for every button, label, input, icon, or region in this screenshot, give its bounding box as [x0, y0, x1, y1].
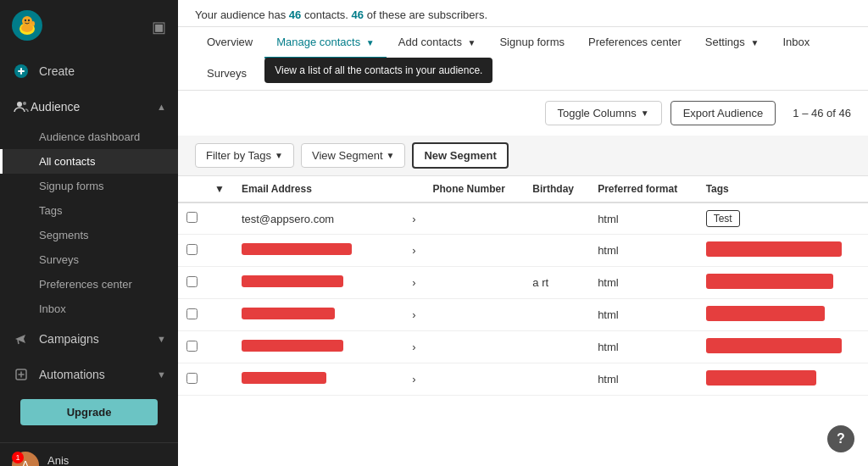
sidebar-item-create[interactable]: Create	[0, 53, 178, 89]
row-arrow-cell[interactable]: ›	[403, 331, 424, 363]
audience-section-header[interactable]: Audience ▲	[0, 89, 178, 125]
row-arrow-cell[interactable]: ›	[403, 202, 424, 235]
row-email-cell[interactable]	[233, 235, 403, 267]
manage-contacts-chevron-icon: ▼	[366, 38, 375, 47]
row-arrow-cell[interactable]: ›	[403, 235, 424, 267]
row-phone-cell	[425, 267, 525, 299]
row-phone-cell	[425, 235, 525, 267]
filter-by-tags-button[interactable]: Filter by Tags ▼	[195, 143, 294, 168]
svg-point-6	[31, 21, 35, 26]
row-format-cell: html	[589, 235, 698, 267]
row-email-cell[interactable]	[233, 363, 403, 396]
audience-sub-items: Audience dashboard All contacts Signup f…	[0, 125, 178, 321]
sidebar-item-signup-forms[interactable]: Signup forms	[0, 174, 178, 198]
audience-section: Audience ▲ Audience dashboard All contac…	[0, 89, 178, 321]
row-checkbox-cell	[178, 267, 206, 299]
redacted-tag	[706, 241, 842, 257]
automations-label: Automations	[39, 368, 105, 381]
row-format-cell: html	[589, 331, 698, 363]
th-format[interactable]: Preferred format	[589, 176, 698, 202]
tab-add-contacts[interactable]: Add contacts ▼	[387, 27, 488, 58]
sidebar-item-surveys[interactable]: Surveys	[0, 247, 178, 272]
row-checkbox[interactable]	[186, 244, 198, 255]
sidebar-item-preferences-center[interactable]: Preferences center	[0, 272, 178, 297]
svg-point-3	[22, 16, 32, 26]
row-checkbox[interactable]	[186, 341, 198, 352]
row-arrow-cell[interactable]: ›	[403, 299, 424, 331]
sidebar-header: ▣	[0, 0, 178, 53]
row-email-cell[interactable]	[233, 331, 403, 363]
view-segment-button[interactable]: View Segment ▼	[301, 143, 406, 168]
segment-bar: Filter by Tags ▼ View Segment ▼ New Segm…	[178, 136, 868, 176]
row-tags-cell	[698, 363, 868, 396]
row-checkbox[interactable]	[186, 373, 198, 384]
row-tags-cell	[698, 235, 868, 267]
row-format-cell: html	[589, 202, 698, 235]
row-arrow-cell[interactable]: ›	[403, 267, 424, 299]
sidebar-item-tags[interactable]: Tags	[0, 198, 178, 223]
row-checkbox[interactable]	[186, 308, 198, 319]
automations-icon	[12, 365, 31, 384]
tab-inbox[interactable]: Inbox	[771, 27, 821, 58]
export-audience-button[interactable]: Export Audience	[670, 101, 776, 125]
tab-signup-forms[interactable]: Signup forms	[487, 27, 576, 58]
table-body: test@appsero.com›htmlTest›html›a rthtml›…	[178, 202, 868, 396]
row-tags-cell: Test	[698, 202, 868, 235]
tab-settings[interactable]: Settings ▼	[693, 27, 771, 58]
row-email-cell[interactable]	[233, 267, 403, 299]
sidebar-item-all-contacts[interactable]: All contacts	[0, 149, 178, 174]
tab-overview[interactable]: Overview	[195, 27, 264, 58]
sidebar-item-inbox[interactable]: Inbox	[0, 297, 178, 321]
email-text[interactable]: test@appsero.com	[233, 202, 403, 235]
sidebar-item-automations[interactable]: Automations ▼	[0, 357, 178, 392]
row-sort-cell	[206, 299, 233, 331]
new-segment-button[interactable]: New Segment	[412, 142, 508, 169]
th-birthday[interactable]: Birthday	[524, 176, 589, 202]
upgrade-button[interactable]: Upgrade	[20, 399, 158, 425]
tab-preferences-center[interactable]: Preferences center	[576, 27, 693, 58]
th-tags[interactable]: Tags	[698, 176, 868, 202]
top-bar: Your audience has 46 contacts. 46 of the…	[178, 0, 868, 27]
toggle-columns-chevron-icon: ▼	[641, 108, 649, 118]
sidebar-item-audience-dashboard[interactable]: Audience dashboard	[0, 125, 178, 149]
mailchimp-logo[interactable]	[12, 10, 42, 43]
row-phone-cell	[425, 202, 525, 235]
tag-badge[interactable]: Test	[706, 210, 740, 227]
th-email[interactable]: Email Address	[233, 176, 403, 202]
row-checkbox[interactable]	[186, 212, 198, 223]
row-sort-cell	[206, 363, 233, 396]
table-row: test@appsero.com›htmlTest	[178, 202, 868, 235]
help-button[interactable]: ?	[827, 425, 854, 452]
sidebar-item-segments[interactable]: Segments	[0, 223, 178, 247]
tab-manage-contacts-container: Manage contacts ▼ View a list of all the…	[264, 27, 387, 58]
campaigns-label: Campaigns	[39, 332, 99, 346]
row-checkbox-cell	[178, 235, 206, 267]
row-email-cell[interactable]	[233, 299, 403, 331]
tab-surveys[interactable]: Surveys	[195, 58, 259, 90]
audience-intro-suffix: of these are subscribers.	[367, 8, 487, 21]
redacted-email	[242, 340, 343, 352]
redacted-tag	[706, 338, 842, 353]
th-sort[interactable]: ▼	[206, 176, 233, 202]
th-phone[interactable]: Phone Number	[425, 176, 525, 202]
sidebar-toggle-icon[interactable]: ▣	[152, 18, 166, 36]
add-contacts-chevron-icon: ▼	[468, 38, 476, 47]
redacted-email	[242, 275, 343, 287]
row-arrow-cell[interactable]: ›	[403, 363, 424, 396]
row-tags-cell	[698, 299, 868, 331]
user-profile[interactable]: A 1 Anis Web Developer	[0, 442, 178, 466]
campaigns-icon	[12, 330, 31, 348]
row-checkbox[interactable]	[186, 276, 198, 287]
table-header: ▼ Email Address Phone Number Birthday Pr…	[178, 176, 868, 202]
automations-chevron-icon: ▼	[157, 369, 166, 380]
tab-manage-contacts[interactable]: Manage contacts ▼	[264, 27, 387, 58]
audience-icon	[12, 97, 31, 116]
table-row: ›html	[178, 363, 868, 396]
row-checkbox-cell	[178, 331, 206, 363]
row-phone-cell	[425, 363, 525, 396]
create-icon	[12, 62, 31, 80]
row-sort-cell	[206, 202, 233, 235]
redacted-tag	[706, 306, 825, 321]
sidebar-item-campaigns[interactable]: Campaigns ▼	[0, 321, 178, 357]
toggle-columns-button[interactable]: Toggle Columns ▼	[545, 101, 662, 125]
